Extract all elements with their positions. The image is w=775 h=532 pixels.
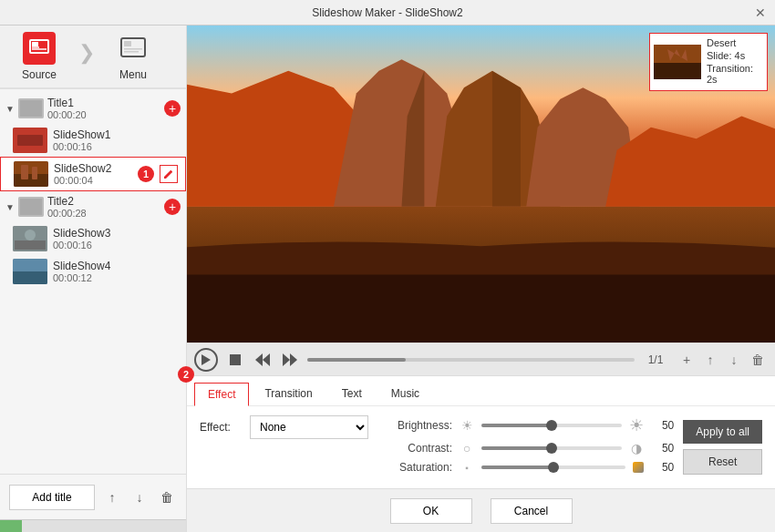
- brightness-row: Brightness: ☀ ☀ 50: [387, 415, 674, 435]
- step2-badge: 2: [178, 366, 194, 383]
- close-button[interactable]: ✕: [753, 5, 768, 20]
- tab-transition[interactable]: Transition: [251, 382, 326, 405]
- video-controls-right: + ↑ ↓ 🗑: [677, 350, 768, 370]
- svg-marker-31: [202, 354, 211, 365]
- brightness-label: Brightness:: [387, 419, 452, 432]
- video-controls: 1/1 + ↑ ↓ 🗑: [187, 343, 775, 375]
- effect-select[interactable]: None Black & White Sepia Blur: [250, 415, 368, 439]
- saturation-value: 50: [651, 461, 674, 474]
- contrast-value: 50: [651, 442, 674, 455]
- group-title2-header[interactable]: ▼ Title2 00:00:28 +: [0, 191, 186, 222]
- menu-icon: [117, 32, 150, 65]
- thumbnail-transition-time: Transition: 2s: [707, 63, 763, 85]
- effect-row: Effect: None Black & White Sepia Blur: [200, 415, 368, 439]
- group-title1-icon: [18, 98, 44, 118]
- saturation-color-icon: [633, 462, 644, 473]
- saturation-label: Saturation:: [387, 461, 452, 474]
- group-title2-name: Title2: [47, 195, 160, 208]
- group-title1-header[interactable]: ▼ Title1 00:00:20 +: [0, 93, 186, 124]
- effect-label: Effect:: [200, 421, 241, 434]
- slideshow4-thumb: [13, 259, 47, 284]
- apply-all-button[interactable]: Apply to all: [683, 420, 762, 444]
- svg-rect-9: [20, 100, 42, 117]
- reset-button[interactable]: Reset: [683, 449, 762, 475]
- group-title1-name: Title1: [47, 97, 160, 109]
- move-up-icon[interactable]: ↑: [102, 487, 122, 507]
- contrast-thumb[interactable]: [546, 443, 557, 454]
- slideshow3-thumb: [13, 226, 47, 251]
- video-area: Desert Slide: 4s Transition: 2s: [187, 26, 775, 343]
- brightness-value: 50: [651, 419, 674, 432]
- saturation-thumb[interactable]: [548, 462, 559, 473]
- source-label: Source: [22, 68, 57, 81]
- slideshow2-info: SlideShow2 00:00:04: [54, 162, 132, 186]
- slideshow1-item[interactable]: SlideShow1 00:00:16: [0, 124, 186, 157]
- add-title-button[interactable]: Add title: [9, 485, 95, 510]
- svg-point-21: [25, 230, 36, 240]
- delete-icon[interactable]: 🗑: [157, 487, 177, 507]
- slideshow2-edit-button[interactable]: [160, 165, 178, 183]
- slideshow1-info: SlideShow1 00:00:16: [53, 128, 179, 152]
- svg-rect-13: [14, 174, 48, 187]
- brightness-track[interactable]: [481, 424, 622, 427]
- move-up-button[interactable]: ↑: [700, 350, 720, 370]
- slideshow2-badge: 1: [138, 166, 154, 182]
- brightness-thumb[interactable]: [546, 420, 557, 431]
- slideshow2-item[interactable]: SlideShow2 00:00:04 1: [0, 157, 186, 191]
- source-tab[interactable]: Source: [9, 26, 69, 87]
- menu-tab[interactable]: Menu: [104, 26, 162, 87]
- group-title1-time: 00:00:20: [47, 109, 160, 120]
- forward-button[interactable]: [280, 350, 300, 370]
- sidebar-progress-bar: [0, 519, 186, 532]
- move-down-button[interactable]: ↓: [724, 350, 744, 370]
- tabs-header: Effect Transition Text Music: [187, 376, 775, 405]
- toolbar: Source ❯ Menu: [0, 26, 186, 89]
- tabs-content: Effect: None Black & White Sepia Blur: [187, 405, 775, 488]
- thumbnail-strip: Desert Slide: 4s Transition: 2s: [649, 33, 768, 91]
- tab-music[interactable]: Music: [377, 382, 433, 405]
- thumbnail-slide-time: Slide: 4s: [707, 50, 763, 61]
- app-title: Slideshow Maker - SlideShow2: [7, 6, 768, 19]
- menu-label: Menu: [119, 68, 147, 81]
- cancel-button[interactable]: Cancel: [491, 498, 573, 524]
- saturation-fill: [481, 466, 553, 469]
- thumbnail-mini: [654, 45, 701, 79]
- brightness-sun-large-icon: ☀: [629, 415, 644, 435]
- video-progress-fill: [307, 358, 406, 362]
- title-bar: Slideshow Maker - SlideShow2 ✕: [0, 0, 775, 26]
- svg-rect-7: [124, 51, 139, 53]
- video-progress-track[interactable]: [307, 358, 635, 362]
- svg-rect-30: [654, 63, 701, 79]
- slideshow3-item[interactable]: SlideShow3 00:00:16: [0, 222, 186, 255]
- saturation-track[interactable]: [481, 466, 625, 469]
- slideshow1-thumb: [13, 128, 47, 153]
- delete-frame-button[interactable]: 🗑: [748, 350, 768, 370]
- svg-rect-24: [13, 271, 47, 284]
- group-title1-add-button[interactable]: +: [164, 100, 181, 117]
- svg-rect-11: [17, 135, 43, 146]
- svg-rect-14: [21, 165, 28, 179]
- slideshow3-info: SlideShow3 00:00:16: [53, 227, 179, 251]
- tab-text[interactable]: Text: [328, 382, 376, 405]
- add-frame-button[interactable]: +: [677, 350, 697, 370]
- svg-rect-15: [32, 167, 37, 179]
- sidebar-list: ▼ Title1 00:00:20 + Sli: [0, 89, 186, 474]
- svg-rect-5: [124, 41, 131, 46]
- move-down-icon[interactable]: ↓: [129, 487, 150, 507]
- group-arrow-icon: ▼: [5, 104, 15, 114]
- ok-button[interactable]: OK: [390, 498, 472, 524]
- tab-effect[interactable]: Effect: [194, 383, 249, 406]
- stop-button[interactable]: [225, 350, 245, 370]
- page-indicator: 1/1: [642, 353, 669, 366]
- rewind-button[interactable]: [253, 350, 273, 370]
- sidebar-bottom: Add title ↑ ↓ 🗑: [0, 474, 186, 519]
- source-icon: [23, 32, 56, 65]
- slideshow4-item[interactable]: SlideShow4 00:00:12: [0, 255, 186, 288]
- group-title2-add-button[interactable]: +: [164, 199, 181, 215]
- play-button[interactable]: [194, 348, 218, 372]
- brightness-fill: [481, 424, 552, 427]
- contrast-track[interactable]: [481, 446, 622, 450]
- effect-right-col: Brightness: ☀ ☀ 50: [368, 415, 762, 479]
- svg-rect-32: [230, 354, 241, 365]
- sliders-area: Brightness: ☀ ☀ 50: [368, 415, 674, 479]
